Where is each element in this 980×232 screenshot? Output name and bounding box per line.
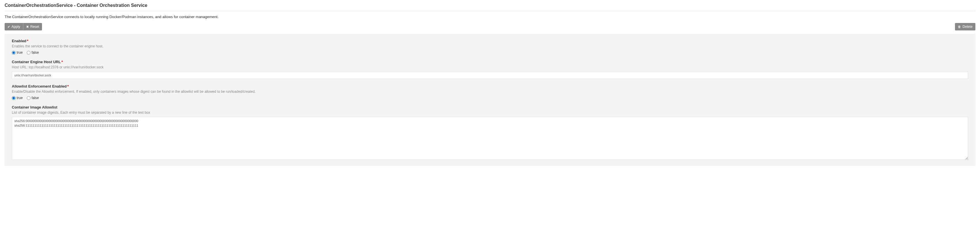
allowlist-enabled-label: Allowlist Enforcement Enabled*	[12, 84, 968, 88]
trash-icon: 🗑	[958, 25, 961, 28]
enabled-label: Enabled*	[12, 39, 968, 43]
enabled-false-radio[interactable]	[27, 51, 30, 55]
allowlist-enabled-false-option[interactable]: false	[27, 96, 39, 100]
allowlist-enabled-radio-group: true false	[12, 96, 968, 100]
delete-button-label: Delete	[963, 25, 972, 29]
check-icon: ✔	[8, 25, 10, 28]
host-url-label: Container Engine Host URL*	[12, 60, 968, 64]
enabled-help: Enables the service to connect to the co…	[12, 44, 968, 48]
toolbar-right: 🗑 Delete	[955, 23, 975, 30]
enabled-radio-group: true false	[12, 51, 968, 55]
allowlist-textarea[interactable]	[12, 117, 968, 160]
allowlist-enabled-true-option[interactable]: true	[12, 96, 23, 100]
enabled-label-text: Enabled	[12, 39, 27, 43]
allowlist-enabled-help: Enable/Disable the Allowlist enforcement…	[12, 90, 968, 94]
required-marker: *	[67, 84, 69, 88]
enabled-true-radio[interactable]	[12, 51, 16, 55]
delete-button[interactable]: 🗑 Delete	[955, 23, 975, 30]
page-description: The ContainerOrchestrationService connec…	[5, 15, 975, 19]
required-marker: *	[61, 60, 63, 64]
allowlist-enabled-true-label: true	[17, 96, 23, 100]
reset-button[interactable]: ✖ Reset	[23, 23, 42, 30]
toolbar-left: ✔ Apply ✖ Reset	[5, 23, 42, 30]
close-icon: ✖	[26, 25, 29, 28]
enabled-true-label: true	[17, 51, 23, 55]
enabled-false-label: false	[32, 51, 39, 55]
apply-button[interactable]: ✔ Apply	[5, 23, 23, 30]
apply-button-label: Apply	[11, 25, 20, 29]
page-title: ContainerOrchestrationService - Containe…	[5, 3, 975, 8]
field-host-url: Container Engine Host URL* Host URL: tcp…	[12, 60, 968, 79]
enabled-false-option[interactable]: false	[27, 51, 39, 55]
field-allowlist: Container Image Allowlist List of contai…	[12, 105, 968, 161]
allowlist-enabled-label-text: Allowlist Enforcement Enabled	[12, 84, 67, 88]
host-url-label-text: Container Engine Host URL	[12, 60, 61, 64]
required-marker: *	[27, 39, 29, 43]
field-enabled: Enabled* Enables the service to connect …	[12, 39, 968, 55]
allowlist-label: Container Image Allowlist	[12, 105, 968, 109]
allowlist-enabled-true-radio[interactable]	[12, 96, 16, 100]
allowlist-help: List of container image digests. Each en…	[12, 110, 968, 115]
host-url-help: Host URL: tcp://localhost:2376 or unix:/…	[12, 65, 968, 69]
allowlist-label-text: Container Image Allowlist	[12, 105, 57, 109]
reset-button-label: Reset	[30, 25, 39, 29]
form-panel: Enabled* Enables the service to connect …	[5, 34, 975, 166]
enabled-true-option[interactable]: true	[12, 51, 23, 55]
field-allowlist-enabled: Allowlist Enforcement Enabled* Enable/Di…	[12, 84, 968, 100]
allowlist-enabled-false-radio[interactable]	[27, 96, 30, 100]
host-url-input[interactable]	[12, 71, 968, 79]
toolbar: ✔ Apply ✖ Reset 🗑 Delete	[5, 23, 975, 30]
allowlist-enabled-false-label: false	[32, 96, 39, 100]
